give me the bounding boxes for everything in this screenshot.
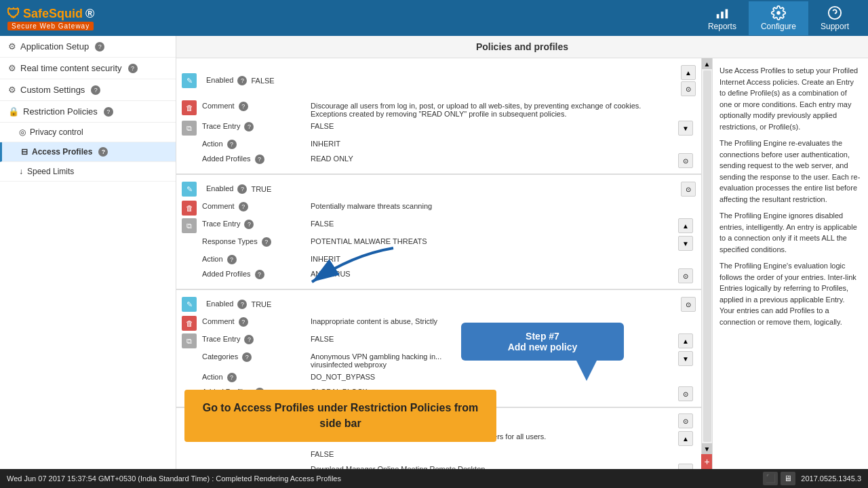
configure-label: Configure bbox=[761, 22, 796, 31]
configure-icon bbox=[771, 5, 786, 20]
content-header-text: Policies and profiles bbox=[476, 41, 568, 52]
sidebar-item-application-setup[interactable]: ⚙ Application Setup ? bbox=[0, 36, 176, 58]
scroll-up-btn-4[interactable]: ▲ bbox=[678, 431, 693, 446]
logo-subtitle: Secure Web Gateway bbox=[7, 22, 94, 30]
scroll-bottom-btn[interactable]: ▼ bbox=[702, 443, 713, 454]
categories-value-4: Download Manager Online Meeting Remote D… bbox=[311, 464, 675, 469]
response-types-row-2: Response Types ? POTENTIAL MALWARE THREA… bbox=[176, 235, 701, 252]
policy-entry-1: ✎ Enabled ? FALSE ▲ ⊙ bbox=[176, 58, 701, 175]
logo-title: 🛡 SafeSquid® bbox=[7, 6, 94, 22]
reports-button[interactable]: Reports bbox=[696, 1, 749, 35]
enabled-value-3: TRUE bbox=[251, 300, 271, 308]
scroll-down-4[interactable]: ▼ bbox=[678, 464, 693, 469]
restriction-icon: 🔒 bbox=[8, 106, 19, 117]
delete-btn-3[interactable]: 🗑 bbox=[182, 316, 197, 331]
reports-label: Reports bbox=[708, 22, 736, 31]
application-setup-label: Application Setup bbox=[20, 41, 89, 52]
edit-button-2[interactable]: ✎ bbox=[182, 182, 197, 197]
trace-row-1: ⧉ Trace Entry ? FALSE ▼ bbox=[176, 119, 701, 137]
trace-value-4: FALSE bbox=[311, 449, 675, 458]
scroll-down-3[interactable]: ▼ bbox=[678, 351, 693, 366]
sidebar-item-restriction[interactable]: 🔒 Restriction Policies ? bbox=[0, 101, 176, 123]
nav-buttons: Reports Configure Support bbox=[696, 1, 861, 35]
content-header: Policies and profiles bbox=[176, 36, 868, 58]
settings-btn-2[interactable]: ⊙ bbox=[678, 268, 693, 283]
categories-label-4 bbox=[202, 464, 311, 465]
added-profiles-label-1: Added Profiles ? bbox=[202, 153, 311, 164]
svg-rect-0 bbox=[717, 14, 719, 18]
copy-btn-3[interactable]: ⧉ bbox=[182, 333, 197, 348]
scroll-down-2[interactable]: ▼ bbox=[678, 236, 693, 251]
action-label-1: Action ? bbox=[202, 138, 311, 149]
add-policy-btn[interactable]: + bbox=[700, 454, 713, 469]
help-para-2: The Profiling Engine re-evaluates the co… bbox=[719, 138, 861, 205]
step-label: Step #7 bbox=[472, 331, 613, 342]
delete-btn-2[interactable]: 🗑 bbox=[182, 201, 197, 216]
sidebar-item-speed-limits[interactable]: ↓ Speed Limits bbox=[0, 162, 176, 182]
sidebar-item-realtime[interactable]: ⚙ Real time content security ? bbox=[0, 58, 176, 79]
sidebar-arrow bbox=[271, 241, 407, 296]
enabled-label-3: Enabled ? bbox=[206, 300, 247, 309]
sidebar-item-custom[interactable]: ⚙ Custom Settings ? bbox=[0, 79, 176, 101]
status-text: Wed Jun 07 2017 15:37:54 GMT+0530 (India… bbox=[7, 474, 341, 483]
settings-btn-4a[interactable]: ⊙ bbox=[678, 413, 693, 428]
scroll-up-1[interactable]: ▲ bbox=[681, 65, 696, 80]
comment-label-1: Comment ? bbox=[202, 100, 311, 111]
configure-button[interactable]: Configure bbox=[749, 1, 808, 35]
enabled-label-2: Enabled ? bbox=[206, 184, 247, 194]
yellow-instruction-box: Go to Access Profiles under Restriction … bbox=[184, 390, 496, 442]
settings-1[interactable]: ⊙ bbox=[681, 81, 696, 96]
trace-label-1: Trace Entry ? bbox=[202, 121, 311, 131]
scroll-top-btn[interactable]: ▲ bbox=[702, 58, 713, 69]
yellow-text: Go to Access Profiles under Restriction … bbox=[203, 402, 479, 428]
copy-btn-1[interactable]: ⧉ bbox=[182, 121, 197, 136]
scroll-up-2[interactable]: ⊙ bbox=[681, 182, 696, 197]
scroll-down-1[interactable]: ▼ bbox=[678, 121, 693, 136]
trace-label-2: Trace Entry ? bbox=[202, 218, 311, 229]
scroll-up-btn-2[interactable]: ▲ bbox=[678, 218, 693, 233]
support-button[interactable]: Support bbox=[808, 1, 861, 35]
added-profiles-row-2: Added Profiles ? ANTIVIRUS ⊙ bbox=[176, 267, 701, 285]
sidebar-item-privacy[interactable]: ◎ Privacy control bbox=[0, 123, 176, 142]
status-right: ⬛ 🖥 2017.0525.1345.3 bbox=[763, 472, 861, 485]
policy-entry-2: ✎ Enabled ? TRUE ⊙ 🗑 bbox=[176, 175, 701, 290]
access-profiles-icon: ⊟ bbox=[21, 147, 28, 157]
step-tooltip: Step #7 Add new policy bbox=[461, 323, 624, 361]
edit-button-3[interactable]: ✎ bbox=[182, 297, 197, 312]
added-profiles-value-1: READ ONLY bbox=[311, 153, 675, 163]
scroll-track: ▲ ▼ + bbox=[701, 58, 712, 469]
enabled-label-1: Enabled ? bbox=[206, 76, 247, 85]
scroll-up-3[interactable]: ⊙ bbox=[681, 297, 696, 312]
action-value-1: INHERIT bbox=[311, 138, 675, 148]
status-icons: ⬛ 🖥 bbox=[763, 472, 795, 485]
help-icon-5: ? bbox=[98, 147, 108, 157]
application-setup-icon: ⚙ bbox=[8, 41, 16, 52]
added-profiles-row-1: Added Profiles ? READ ONLY ⊙ bbox=[176, 152, 701, 169]
svg-point-3 bbox=[776, 11, 781, 15]
trace-value-1: FALSE bbox=[311, 121, 675, 130]
edit-button-1[interactable]: ✎ bbox=[182, 73, 197, 88]
sidebar-item-access-profiles[interactable]: ⊟ Access Profiles ? bbox=[0, 142, 176, 162]
comment-row-2: 🗑 Comment ? Potentially malware threats … bbox=[176, 199, 701, 217]
help-icon-4: ? bbox=[104, 107, 113, 117]
main-layout: ⚙ Application Setup ? ⚙ Real time conten… bbox=[0, 36, 868, 469]
settings-btn-3[interactable]: ⊙ bbox=[678, 386, 693, 401]
help-icon: ? bbox=[95, 42, 104, 52]
copy-btn-2[interactable]: ⧉ bbox=[182, 218, 197, 233]
status-bar: Wed Jun 07 2017 15:37:54 GMT+0530 (India… bbox=[0, 469, 868, 488]
settings-btn-1[interactable]: ⊙ bbox=[678, 153, 693, 168]
comment-value-1: Discourage all users from log in, post, … bbox=[311, 100, 675, 118]
status-icon-2: 🖥 bbox=[781, 472, 795, 485]
help-para-1: Use Access Profiles to setup your Profil… bbox=[719, 65, 861, 132]
svg-rect-2 bbox=[726, 9, 728, 18]
help-icon-3: ? bbox=[91, 85, 100, 95]
main-content: Policies and profiles ✎ Enabled ? FALSE bbox=[176, 36, 868, 469]
entry-header-1: ✎ Enabled ? FALSE ▲ ⊙ bbox=[176, 62, 701, 99]
help-para-3: The Profiling Engine ignores disabled en… bbox=[719, 210, 861, 255]
version-text: 2017.0525.1345.3 bbox=[801, 474, 861, 483]
realtime-label: Real time content security bbox=[20, 63, 122, 73]
trace-label-3: Trace Entry ? bbox=[202, 333, 311, 344]
sidebar: ⚙ Application Setup ? ⚙ Real time conten… bbox=[0, 36, 176, 469]
delete-btn-1[interactable]: 🗑 bbox=[182, 100, 197, 115]
scroll-up-btn-3[interactable]: ▲ bbox=[678, 333, 693, 348]
